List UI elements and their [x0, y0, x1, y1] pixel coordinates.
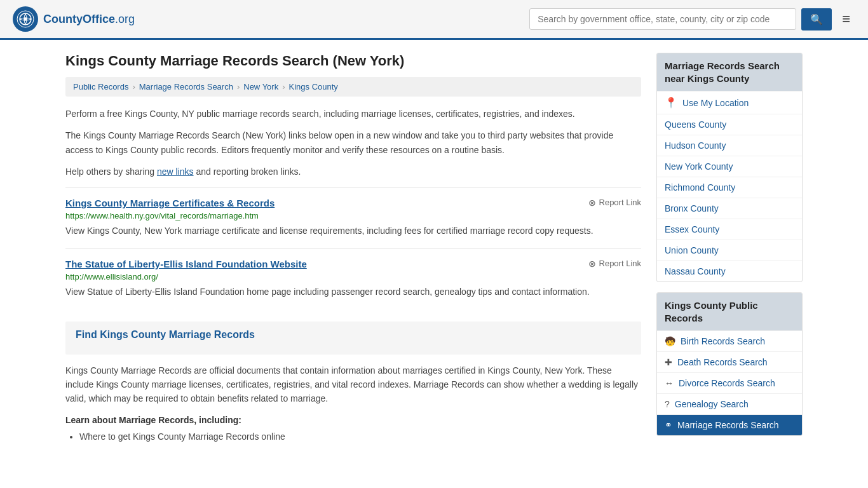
report-label-2: Report Link — [599, 259, 641, 268]
use-my-location-link[interactable]: Use My Location — [682, 98, 749, 108]
breadcrumb-marriage-records[interactable]: Marriage Records Search — [139, 82, 233, 92]
breadcrumb-new-york[interactable]: New York — [243, 82, 278, 92]
report-link-1[interactable]: ⊗ Report Link — [588, 198, 641, 208]
sidebar-nearby-section: Marriage Records Search near Kings Count… — [656, 53, 803, 282]
death-records-link[interactable]: Death Records Search — [677, 357, 768, 367]
content-area: Kings County Marriage Records Search (Ne… — [65, 53, 641, 446]
breadcrumb-public-records[interactable]: Public Records — [73, 82, 128, 92]
result-header-2: The Statue of Liberty-Ellis Island Found… — [65, 259, 641, 269]
search-input[interactable] — [529, 8, 796, 30]
marriage-records-icon: ⚭ — [665, 420, 672, 430]
breadcrumb-sep-1: › — [132, 82, 135, 92]
svg-point-2 — [24, 18, 27, 21]
logo-text: CountyOffice.org — [43, 13, 135, 26]
learn-title: Learn about Marriage Records, including: — [65, 415, 641, 425]
breadcrumb-kings-county[interactable]: Kings County — [289, 82, 338, 92]
search-button[interactable]: 🔍 — [801, 8, 832, 30]
find-section: Find Kings County Marriage Records — [65, 322, 641, 355]
breadcrumb-sep-3: › — [282, 82, 285, 92]
result-card-1: Kings County Marriage Certificates & Rec… — [65, 187, 641, 248]
divorce-records-link[interactable]: Divorce Records Search — [679, 378, 775, 388]
location-pin-icon: 📍 — [665, 97, 677, 109]
result-card-2: The Statue of Liberty-Ellis Island Found… — [65, 248, 641, 309]
result-desc-1: View Kings County, New York marriage cer… — [65, 224, 641, 238]
result-title-2[interactable]: The Statue of Liberty-Ellis Island Found… — [65, 259, 307, 269]
result-url-2[interactable]: http://www.ellisisland.org/ — [65, 272, 641, 281]
menu-button[interactable]: ≡ — [837, 8, 855, 30]
sidebar-richmond-county[interactable]: Richmond County — [657, 177, 802, 198]
sidebar-hudson-county[interactable]: Hudson County — [657, 135, 802, 156]
result-header-1: Kings County Marriage Certificates & Rec… — [65, 198, 641, 208]
report-icon-1: ⊗ — [588, 198, 596, 208]
site-header: CountyOffice.org 🔍 ≡ — [0, 0, 868, 40]
sidebar-genealogy[interactable]: ? Genealogy Search — [657, 393, 802, 414]
sidebar-new-york-county[interactable]: New York County — [657, 156, 802, 177]
find-section-body: Kings County Marriage Records are offici… — [65, 363, 641, 406]
sidebar-birth-records[interactable]: 🧒 Birth Records Search — [657, 330, 802, 351]
new-links-link[interactable]: new links — [157, 166, 194, 177]
birth-records-icon: 🧒 — [665, 336, 675, 346]
essex-county-link[interactable]: Essex County — [665, 224, 719, 234]
sidebar-queens-county[interactable]: Queens County — [657, 114, 802, 135]
breadcrumb-sep-2: › — [237, 82, 240, 92]
sidebar-marriage-records[interactable]: ⚭ Marriage Records Search — [657, 414, 802, 435]
genealogy-icon: ? — [665, 399, 670, 409]
intro-paragraph-3: Help others by sharing new links and rep… — [65, 165, 641, 179]
sidebar: Marriage Records Search near Kings Count… — [656, 53, 803, 446]
report-link-2[interactable]: ⊗ Report Link — [588, 259, 641, 269]
result-desc-2: View Statue of Liberty-Ellis Island Foun… — [65, 285, 641, 299]
sidebar-union-county[interactable]: Union County — [657, 240, 802, 261]
intro-paragraph-1: Perform a free Kings County, NY public m… — [65, 107, 641, 121]
bullet-item-1: Where to get Kings County Marriage Recor… — [79, 429, 641, 445]
report-icon-2: ⊗ — [588, 259, 596, 269]
bullet-list: Where to get Kings County Marriage Recor… — [65, 429, 641, 445]
sidebar-public-records-heading: Kings County Public Records — [657, 293, 802, 330]
nassau-county-link[interactable]: Nassau County — [665, 266, 726, 276]
queens-county-link[interactable]: Queens County — [665, 119, 726, 130]
death-records-icon: ✚ — [665, 357, 672, 367]
divorce-records-icon: ↔ — [665, 378, 674, 388]
report-label-1: Report Link — [599, 198, 641, 207]
sidebar-bronx-county[interactable]: Bronx County — [657, 198, 802, 219]
new-york-county-link[interactable]: New York County — [665, 161, 733, 172]
main-container: Kings County Marriage Records Search (Ne… — [53, 40, 815, 459]
birth-records-link[interactable]: Birth Records Search — [681, 336, 765, 346]
sidebar-public-records-section: Kings County Public Records 🧒 Birth Reco… — [656, 292, 803, 436]
find-section-title: Find Kings County Marriage Records — [76, 329, 631, 341]
union-county-link[interactable]: Union County — [665, 245, 719, 255]
logo-area: CountyOffice.org — [13, 6, 135, 32]
bronx-county-link[interactable]: Bronx County — [665, 203, 719, 214]
result-title-1[interactable]: Kings County Marriage Certificates & Rec… — [65, 198, 275, 208]
sidebar-use-my-location[interactable]: 📍 Use My Location — [657, 91, 802, 114]
hudson-county-link[interactable]: Hudson County — [665, 140, 726, 151]
search-area: 🔍 ≡ — [529, 8, 855, 30]
breadcrumb: Public Records › Marriage Records Search… — [65, 77, 641, 97]
sidebar-divorce-records[interactable]: ↔ Divorce Records Search — [657, 372, 802, 393]
intro-paragraph-2: The Kings County Marriage Records Search… — [65, 128, 641, 157]
sidebar-nearby-heading: Marriage Records Search near Kings Count… — [657, 53, 802, 91]
sidebar-essex-county[interactable]: Essex County — [657, 219, 802, 240]
logo-icon — [13, 6, 38, 32]
richmond-county-link[interactable]: Richmond County — [665, 182, 735, 193]
page-title: Kings County Marriage Records Search (Ne… — [65, 53, 641, 69]
result-url-1[interactable]: https://www.health.ny.gov/vital_records/… — [65, 211, 641, 220]
genealogy-link[interactable]: Genealogy Search — [675, 399, 749, 409]
sidebar-nassau-county[interactable]: Nassau County — [657, 261, 802, 281]
marriage-records-link[interactable]: Marriage Records Search — [677, 420, 779, 430]
sidebar-death-records[interactable]: ✚ Death Records Search — [657, 351, 802, 372]
